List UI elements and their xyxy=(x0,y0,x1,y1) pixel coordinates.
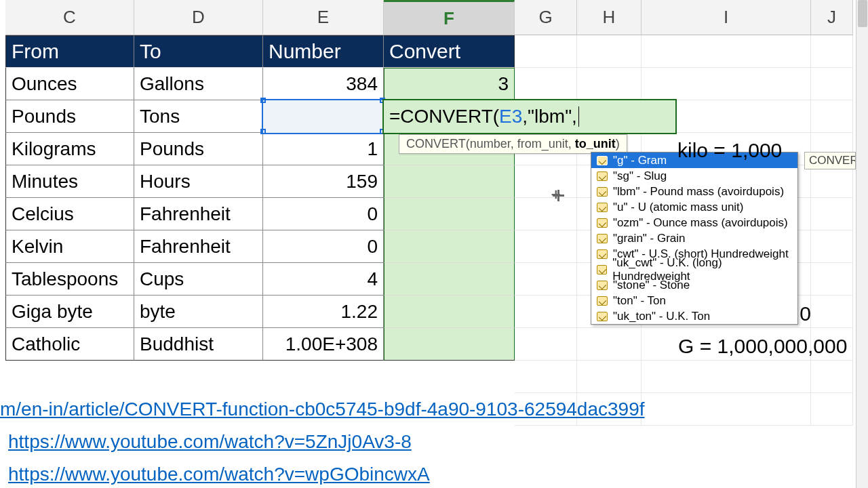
note-zero: 0 xyxy=(799,302,811,325)
cell-number-3[interactable]: 159 xyxy=(263,165,384,198)
cell-blank[interactable] xyxy=(577,361,642,393)
col-header-j[interactable]: J xyxy=(811,0,853,35)
col-header-f[interactable]: F xyxy=(384,0,515,35)
cell-number-6[interactable]: 4 xyxy=(263,263,384,296)
cell-blank[interactable] xyxy=(811,263,853,296)
cell-blank[interactable] xyxy=(515,361,577,393)
header-to: To xyxy=(134,35,263,68)
cell-blank[interactable] xyxy=(515,35,577,68)
cell-blank[interactable] xyxy=(811,100,853,133)
cell-blank[interactable] xyxy=(811,35,853,68)
cell-blank[interactable] xyxy=(811,68,853,100)
cell-blank[interactable] xyxy=(577,328,642,361)
cell-to-3[interactable]: Hours xyxy=(134,165,263,198)
dropdown-item-label: "ton" - Ton xyxy=(613,294,666,308)
dropdown-item-label: "stone" - Stone xyxy=(613,279,690,292)
dropdown-item-label: "uk_ton" - U.K. Ton xyxy=(613,310,710,323)
dropdown-item[interactable]: "u" - U (atomic mass unit) xyxy=(591,199,797,215)
formula-ref: E3 xyxy=(499,106,522,127)
dropdown-item[interactable]: "sg" - Slug xyxy=(591,168,797,184)
cell-blank[interactable] xyxy=(515,328,577,361)
link-youtube-1[interactable]: https://www.youtube.com/watch?v=5ZnJj0Av… xyxy=(8,431,412,453)
col-header-i[interactable]: I xyxy=(642,0,811,35)
cell-blank[interactable] xyxy=(642,68,811,100)
col-header-e[interactable]: E xyxy=(263,0,384,35)
dropdown-item[interactable]: "uk_ton" - U.K. Ton xyxy=(591,308,797,324)
cell-number-8[interactable]: 1.00E+308 xyxy=(263,328,384,361)
cell-blank[interactable] xyxy=(811,230,853,263)
dropdown-item[interactable]: "grain" - Grain xyxy=(591,230,797,246)
constant-icon xyxy=(597,265,607,274)
cell-convert-4[interactable] xyxy=(384,198,515,230)
cell-blank[interactable] xyxy=(515,296,577,328)
cell-convert-8[interactable] xyxy=(384,328,515,361)
cell-number-7[interactable]: 1.22 xyxy=(263,296,384,328)
cell-to-0[interactable]: Gallons xyxy=(134,68,263,100)
dropdown-item[interactable]: "ton" - Ton xyxy=(591,293,797,308)
cell-number-0[interactable]: 384 xyxy=(263,68,384,100)
link-youtube-2[interactable]: https://www.youtube.com/watch?v=wpGObinc… xyxy=(8,464,430,485)
cell-number-2[interactable]: 1 xyxy=(263,133,384,165)
cell-blank[interactable] xyxy=(811,296,853,328)
cell-number-4[interactable]: 0 xyxy=(263,198,384,230)
cell-convert-7[interactable] xyxy=(384,296,515,328)
unit-autocomplete-dropdown[interactable]: "g" - Gram"sg" - Slug"lbm" - Pound mass … xyxy=(591,152,798,325)
col-header-c[interactable]: C xyxy=(5,0,134,35)
ref-handle xyxy=(260,129,266,134)
dropdown-item[interactable]: "lbm" - Pound mass (avoirdupois) xyxy=(591,184,797,199)
cell-blank[interactable] xyxy=(811,198,853,230)
cell-blank[interactable] xyxy=(515,198,577,230)
col-header-d[interactable]: D xyxy=(134,0,263,35)
cell-convert-5[interactable] xyxy=(384,230,515,263)
cell-number-5[interactable]: 0 xyxy=(263,230,384,263)
dropdown-item-label: "lbm" - Pound mass (avoirdupois) xyxy=(613,185,784,199)
cell-from-8[interactable]: Catholic xyxy=(5,328,134,361)
function-tooltip: CONVERT(number, from_unit, to_unit) xyxy=(399,134,627,154)
dropdown-item[interactable]: "uk_cwt" - U.K. (long) Hundredweight xyxy=(591,262,797,277)
cell-blank[interactable] xyxy=(577,68,642,100)
cell-from-7[interactable]: Giga byte xyxy=(5,296,134,328)
cell-from-0[interactable]: Ounces xyxy=(5,68,134,100)
link-ms-article[interactable]: m/en-in/article/CONVERT-function-cb0c574… xyxy=(0,399,644,420)
cell-to-7[interactable]: byte xyxy=(134,296,263,328)
cell-from-4[interactable]: Celcius xyxy=(5,198,134,230)
cell-editing-f3[interactable]: =CONVERT(E3,"lbm", xyxy=(384,100,675,133)
cell-convert-6[interactable] xyxy=(384,263,515,296)
cell-to-8[interactable]: Buddhist xyxy=(134,328,263,361)
cell-blank[interactable] xyxy=(515,230,577,263)
cell-blank[interactable] xyxy=(642,393,811,426)
cell-to-4[interactable]: Fahrenheit xyxy=(134,198,263,230)
cell-from-2[interactable]: Kilograms xyxy=(5,133,134,165)
cell-convert-3[interactable] xyxy=(384,165,515,198)
col-header-g[interactable]: G xyxy=(515,0,577,35)
cell-blank[interactable] xyxy=(811,361,853,393)
spreadsheet: CDEFGHIJ FromToNumberConvertOuncesGallon… xyxy=(0,0,868,488)
dropdown-item-label: "u" - U (atomic mass unit) xyxy=(613,201,744,214)
note-kilo: kilo = 1,000 xyxy=(677,139,782,162)
col-header-h[interactable]: H xyxy=(577,0,642,35)
constant-icon xyxy=(597,234,608,243)
cell-to-1[interactable]: Tons xyxy=(134,100,263,133)
cell-blank[interactable] xyxy=(577,35,642,68)
dropdown-item[interactable]: "ozm" - Ounce mass (avoirdupois) xyxy=(591,215,797,230)
cell-from-6[interactable]: Tablespoons xyxy=(5,263,134,296)
cell-blank[interactable] xyxy=(811,393,853,426)
cell-to-5[interactable]: Fahrenheit xyxy=(134,230,263,263)
cell-to-6[interactable]: Cups xyxy=(134,263,263,296)
cell-from-5[interactable]: Kelvin xyxy=(5,230,134,263)
cell-blank[interactable] xyxy=(642,35,811,68)
cell-blank[interactable] xyxy=(515,165,577,198)
header-number: Number xyxy=(263,35,384,68)
dropdown-item-label: "g" - Gram xyxy=(613,154,667,167)
cell-from-3[interactable]: Minutes xyxy=(5,165,134,198)
cell-blank[interactable] xyxy=(515,263,577,296)
cell-blank[interactable] xyxy=(642,361,811,393)
cell-to-2[interactable]: Pounds xyxy=(134,133,263,165)
cell-from-1[interactable]: Pounds xyxy=(5,100,134,133)
scrollbar-thumb[interactable] xyxy=(858,0,867,27)
cell-convert-0[interactable]: 3 xyxy=(384,68,515,100)
text-caret xyxy=(578,106,579,127)
cell-blank[interactable] xyxy=(515,68,577,100)
cell-blank[interactable] xyxy=(811,165,853,198)
vertical-scrollbar[interactable] xyxy=(856,0,868,488)
